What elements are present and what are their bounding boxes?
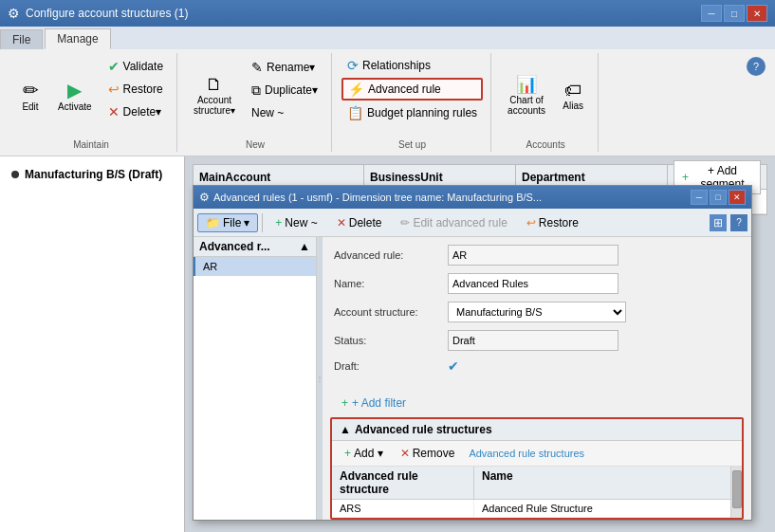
- form-row-advanced-rule: Advanced rule:: [334, 245, 740, 266]
- ribbon-group-maintain: ✏ Edit ▶ Activate ✔ Validate ↩ Restore: [6, 53, 177, 152]
- dialog-close-button[interactable]: ✕: [729, 190, 746, 205]
- maximize-button[interactable]: □: [724, 5, 745, 22]
- ribbon: File Manage ✏ Edit ▶ Activate ✔ Validate: [0, 27, 775, 156]
- left-panel-item[interactable]: Manufacturing B/S (Draft): [8, 164, 176, 185]
- dialog-toolbar-right: ⊞ ?: [710, 214, 747, 231]
- dialog-list-header: Advanced r... ▲: [194, 237, 316, 257]
- advanced-rule-input[interactable]: [448, 245, 618, 266]
- status-label: Status:: [334, 335, 448, 346]
- advanced-rule-button[interactable]: ⚡ Advanced rule: [341, 78, 483, 101]
- accounts-group-label: Accounts: [493, 139, 598, 150]
- setup-col-buttons: ⟳ Relationships ⚡ Advanced rule 📋 Budget…: [341, 55, 483, 137]
- new-group-label: New: [179, 139, 331, 150]
- adv-add-icon: +: [344, 447, 351, 460]
- adv-collapse-icon[interactable]: ▲: [340, 423, 351, 436]
- form-row-draft: Draft: ✔: [334, 358, 740, 374]
- help-button[interactable]: ?: [747, 57, 766, 76]
- main-area: Manufacturing B/S (Draft) MainAccount Bu…: [0, 156, 775, 532]
- dialog-help-button[interactable]: ?: [730, 214, 747, 231]
- activate-button[interactable]: ▶ Activate: [51, 78, 99, 115]
- duplicate-icon: ⧉: [251, 83, 261, 99]
- dialog-new-btn[interactable]: + New ~: [267, 213, 325, 232]
- form-row-account-structure: Account structure: Manufacturing B/S: [334, 302, 740, 322]
- draft-checkbox-row: ✔: [448, 358, 459, 374]
- dialog-edit-icon: ✏: [400, 216, 410, 229]
- dialog-restore-icon: ↩: [526, 216, 536, 229]
- delete-icon: ✕: [108, 104, 120, 119]
- dialog-file-btn[interactable]: 📁 File ▾: [197, 213, 258, 232]
- budget-planning-button[interactable]: 📋 Budget planning rules: [341, 102, 483, 123]
- edit-icon: ✏: [23, 81, 39, 100]
- chart-of-accounts-button[interactable]: 📊 Chart ofaccounts: [501, 73, 552, 119]
- dialog-titlebar: ⚙ Advanced rules (1 - usmf) - Dimension …: [194, 186, 751, 209]
- new-tilde-button[interactable]: New ~: [246, 103, 323, 122]
- close-button[interactable]: ✕: [747, 5, 767, 22]
- adv-remove-icon: ✕: [400, 447, 410, 460]
- chart-icon: 📊: [516, 76, 537, 93]
- dialog-title-left: ⚙ Advanced rules (1 - usmf) - Dimension …: [199, 191, 542, 204]
- dialog-body: Advanced r... ▲ AR ⋮ Advanced rule:: [194, 237, 751, 520]
- validate-button[interactable]: ✔ Validate: [102, 56, 169, 77]
- adv-col-name: Name: [474, 467, 730, 499]
- title-bar: ⚙ Configure account structures (1) ─ □ ✕: [0, 0, 775, 27]
- add-filter-btn[interactable]: + + Add filter: [334, 393, 740, 413]
- alias-icon: 🏷: [564, 82, 581, 99]
- dialog-delete-btn[interactable]: ✕ Delete: [328, 213, 391, 232]
- advanced-rule-label: Advanced rule:: [334, 249, 448, 261]
- new-icon: +: [275, 216, 282, 229]
- dialog-toolbar: 📁 File ▾ + New ~ ✕ Delete ✏ Edit advance…: [194, 209, 751, 237]
- tab-manage[interactable]: Manage: [45, 28, 110, 49]
- name-input[interactable]: [448, 273, 618, 294]
- adv-scrollbar[interactable]: [730, 467, 742, 518]
- rename-button[interactable]: ✎ Rename▾: [246, 57, 323, 78]
- maintain-buttons: ✏ Edit ▶ Activate ✔ Validate ↩ Restore: [13, 55, 169, 150]
- dialog-maximize-button[interactable]: □: [710, 190, 727, 205]
- form-row-status: Status:: [334, 330, 740, 351]
- adv-add-btn[interactable]: + Add ▾: [338, 444, 390, 463]
- dialog-title-icon: ⚙: [199, 191, 210, 204]
- relationships-button[interactable]: ⟳ Relationships: [341, 55, 483, 76]
- validate-icon: ✔: [108, 59, 120, 74]
- dialog-view-button[interactable]: ⊞: [710, 214, 727, 231]
- restore-icon: ↩: [108, 82, 120, 97]
- adv-table: Advanced rule structure Name ARS Adanced…: [332, 467, 730, 518]
- title-bar-controls: ─ □ ✕: [701, 5, 767, 22]
- tab-file[interactable]: File: [0, 29, 43, 49]
- duplicate-button[interactable]: ⧉ Duplicate▾: [246, 80, 323, 101]
- ribbon-help: ?: [743, 53, 769, 152]
- account-structure-button[interactable]: 🗋 Accountstructure▾: [187, 73, 242, 119]
- alias-button[interactable]: 🏷 Alias: [556, 79, 590, 114]
- adv-table-row[interactable]: ARS Adanced Rule Structure: [332, 500, 730, 518]
- restore-button[interactable]: ↩ Restore: [102, 79, 169, 100]
- adv-remove-btn[interactable]: ✕ Remove: [394, 444, 462, 463]
- minimize-button[interactable]: ─: [701, 5, 722, 22]
- adv-section-header: ▲ Advanced rule structures: [332, 419, 742, 441]
- adv-section-title: Advanced rule structures: [355, 423, 492, 436]
- delete-button[interactable]: ✕ Delete▾: [102, 101, 169, 122]
- title-bar-text: Configure account structures (1): [26, 7, 188, 20]
- dialog-file-icon: 📁: [206, 216, 220, 229]
- draft-check-icon: ✔: [448, 358, 459, 374]
- dialog-minimize-button[interactable]: ─: [691, 190, 708, 205]
- account-structure-select[interactable]: Manufacturing B/S: [448, 302, 626, 322]
- adv-table-header: Advanced rule structure Name: [332, 467, 730, 500]
- dialog-restore-btn[interactable]: ↩ Restore: [518, 213, 587, 232]
- account-structure-label: Account structure:: [334, 306, 448, 318]
- scrollbar-thumb: [732, 470, 742, 508]
- account-structure-icon: 🗋: [206, 76, 223, 93]
- status-input: [448, 330, 618, 351]
- adv-structures-section: ▲ Advanced rule structures + Add ▾ ✕ Rem…: [330, 417, 744, 520]
- adv-cell-structure: ARS: [332, 500, 474, 517]
- adv-cell-name: Adanced Rule Structure: [474, 500, 730, 517]
- edit-button[interactable]: ✏ Edit: [13, 78, 47, 115]
- dialog-list-item-ar[interactable]: AR: [194, 257, 316, 276]
- list-sort-icon: ▲: [299, 240, 310, 253]
- ribbon-group-setup: ⟳ Relationships ⚡ Advanced rule 📋 Budget…: [334, 53, 491, 152]
- advanced-rule-icon: ⚡: [348, 82, 364, 97]
- left-panel-dot: [11, 171, 19, 178]
- ribbon-content: ✏ Edit ▶ Activate ✔ Validate ↩ Restore: [0, 49, 775, 156]
- adv-structures-link[interactable]: Advanced rule structures: [469, 448, 584, 459]
- title-bar-icon: ⚙: [8, 6, 20, 21]
- rename-icon: ✎: [251, 60, 263, 75]
- setup-group-label: Set up: [334, 139, 490, 150]
